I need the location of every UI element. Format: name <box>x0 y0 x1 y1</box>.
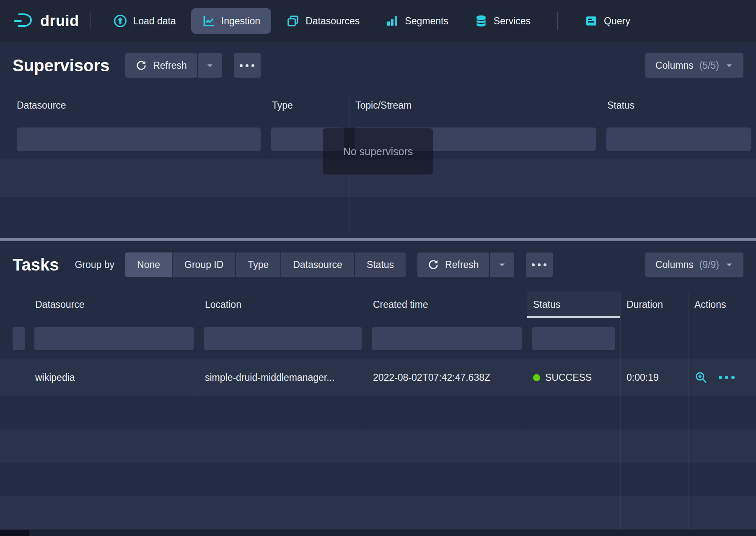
refresh-icon <box>427 259 439 271</box>
nav-label: Load data <box>133 16 176 27</box>
column-header-location[interactable]: Location <box>199 291 367 318</box>
services-icon <box>474 14 488 28</box>
column-header-actions[interactable]: Actions <box>688 291 756 318</box>
nav-label: Segments <box>405 16 448 27</box>
task-duration: 0:00:19 <box>620 359 688 396</box>
more-icon <box>532 263 546 266</box>
tasks-empty-row <box>0 496 756 529</box>
chevron-down-icon <box>725 260 733 269</box>
druid-logo-icon <box>13 11 34 31</box>
columns-label: Columns <box>655 60 694 71</box>
nav-label: Query <box>604 16 630 27</box>
tasks-refresh-button[interactable]: Refresh <box>417 252 489 277</box>
task-datasource: wikipedia <box>29 359 199 396</box>
supervisors-filter-topic-stream[interactable] <box>355 127 596 151</box>
nav-divider <box>91 12 91 30</box>
group-by-label: Group by <box>75 259 114 271</box>
supervisors-filter-row <box>0 119 756 159</box>
query-icon <box>585 14 598 28</box>
supervisors-empty-row <box>0 159 756 197</box>
tasks-more-button[interactable] <box>526 252 553 277</box>
supervisors-controls: Supervisors Refresh Columns (5/5) <box>0 53 756 78</box>
segments-icon <box>386 14 399 28</box>
group-by-type-button[interactable]: Type <box>236 252 280 277</box>
search-plus-icon[interactable] <box>694 371 708 384</box>
tasks-filter-status[interactable] <box>532 327 615 350</box>
logo-text: druid <box>40 12 79 30</box>
group-by-status-button[interactable]: Status <box>355 252 406 277</box>
tasks-filter-datasource[interactable] <box>34 327 194 350</box>
column-header-topic-stream[interactable]: Topic/Stream <box>349 92 601 119</box>
tasks-title: Tasks <box>13 255 59 274</box>
nav-load-data[interactable]: Load data <box>103 8 186 34</box>
columns-count: (9/9) <box>699 259 719 271</box>
supervisors-title: Supervisors <box>13 56 109 75</box>
supervisors-header-row: Datasource Type Topic/Stream Status <box>0 92 756 119</box>
supervisors-filter-type[interactable] <box>271 127 344 151</box>
row-more-icon[interactable] <box>719 376 735 379</box>
chevron-down-icon <box>725 61 733 70</box>
tasks-header-row: Datasource Location Created time Status … <box>0 291 756 318</box>
group-by-button-group: None Group ID Type Datasource Status <box>125 252 406 277</box>
column-header-datasource[interactable]: Datasource <box>29 291 199 318</box>
tasks-columns-button[interactable]: Columns (9/9) <box>645 252 743 277</box>
task-location: simple-druid-middlemanager... <box>199 359 367 396</box>
nav-ingestion[interactable]: Ingestion <box>191 8 271 34</box>
supervisors-table: Datasource Type Topic/Stream Status No s… <box>0 92 756 235</box>
refresh-label: Refresh <box>153 60 187 71</box>
tasks-filter-hidden-column[interactable] <box>13 327 25 350</box>
tasks-filter-row <box>0 318 756 359</box>
tasks-controls: Tasks Group by None Group ID Type Dataso… <box>0 252 756 277</box>
nav-divider <box>557 12 558 30</box>
task-status-label: SUCCESS <box>545 372 592 383</box>
task-status: SUCCESS <box>527 359 620 396</box>
supervisors-empty-row <box>0 197 756 235</box>
tasks-empty-row <box>0 429 756 463</box>
tasks-filter-location[interactable] <box>204 327 362 350</box>
success-dot-icon <box>533 374 540 381</box>
main-nav: Load data Ingestion Datasources <box>103 8 641 34</box>
datasources-icon <box>286 14 300 28</box>
columns-label: Columns <box>655 259 694 271</box>
tasks-empty-row <box>0 463 756 496</box>
group-by-datasource-button[interactable]: Datasource <box>281 252 354 277</box>
supervisors-refresh-interval-button[interactable] <box>198 53 222 78</box>
column-header-blank <box>0 291 29 318</box>
nav-label: Services <box>494 16 531 27</box>
splitter-handle[interactable] <box>0 238 756 241</box>
column-header-type[interactable]: Type <box>266 92 349 119</box>
nav-services[interactable]: Services <box>463 8 541 34</box>
column-header-duration[interactable]: Duration <box>620 291 688 318</box>
nav-label: Datasources <box>306 16 360 27</box>
group-by-group-id-button[interactable]: Group ID <box>173 252 235 277</box>
columns-count: (5/5) <box>699 60 719 71</box>
chevron-down-icon <box>498 260 506 269</box>
task-created-time: 2022-08-02T07:42:47.638Z <box>367 359 527 396</box>
tasks-refresh-interval-button[interactable] <box>490 252 514 277</box>
tasks-table: Datasource Location Created time Status … <box>0 291 756 529</box>
group-by-none-button[interactable]: None <box>125 252 172 277</box>
nav-datasources[interactable]: Datasources <box>275 8 370 34</box>
nav-segments[interactable]: Segments <box>375 8 459 34</box>
refresh-icon <box>135 60 147 71</box>
refresh-label: Refresh <box>445 259 479 271</box>
supervisors-more-button[interactable] <box>234 53 261 78</box>
column-header-status[interactable]: Status <box>601 92 756 119</box>
more-icon <box>240 64 254 67</box>
supervisors-filter-status[interactable] <box>606 127 751 151</box>
scrollbar-corner <box>0 530 29 536</box>
column-header-status[interactable]: Status <box>527 291 620 318</box>
supervisors-filter-datasource[interactable] <box>17 127 261 151</box>
nav-query[interactable]: Query <box>574 8 641 34</box>
supervisors-columns-button[interactable]: Columns (5/5) <box>645 53 743 78</box>
top-navigation: druid Load data Ingestion <box>0 0 756 42</box>
druid-logo[interactable]: druid <box>13 11 79 31</box>
supervisors-refresh-button[interactable]: Refresh <box>125 53 197 78</box>
tasks-filter-created-time[interactable] <box>372 327 522 350</box>
ingestion-icon <box>202 14 215 28</box>
horizontal-scrollbar[interactable] <box>0 530 756 536</box>
chevron-down-icon <box>206 61 214 70</box>
column-header-created-time[interactable]: Created time <box>367 291 527 318</box>
column-header-datasource[interactable]: Datasource <box>0 92 266 119</box>
task-row-wikipedia[interactable]: wikipedia simple-druid-middlemanager... … <box>0 359 756 396</box>
